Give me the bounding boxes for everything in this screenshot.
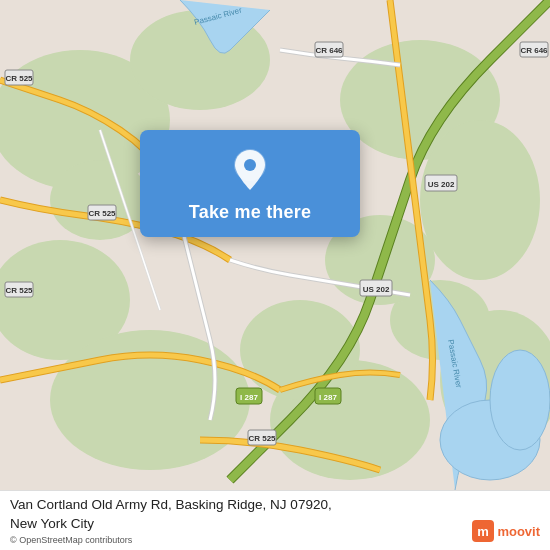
take-me-there-popup[interactable]: Take me there <box>140 130 360 237</box>
address-part1: Van Cortland Old Army Rd, Basking Ridge,… <box>10 497 332 512</box>
us202-label-1: US 202 <box>428 180 455 189</box>
cr525-label-1: CR 525 <box>5 74 33 83</box>
cr646-label: CR 646 <box>315 46 343 55</box>
moovit-logo: m moovit <box>472 520 540 542</box>
cr525-label-3: CR 525 <box>5 286 33 295</box>
us202-label-2: US 202 <box>363 285 390 294</box>
address-line: Van Cortland Old Army Rd, Basking Ridge,… <box>10 496 332 534</box>
take-me-there-label: Take me there <box>189 202 311 223</box>
cr525-label-2: CR 525 <box>88 209 116 218</box>
address-part2: New York City <box>10 516 94 531</box>
moovit-text: moovit <box>497 524 540 539</box>
location-pin-icon <box>231 148 269 192</box>
svg-point-14 <box>490 350 550 450</box>
moovit-icon: m <box>472 520 494 542</box>
i287-label-1: I 287 <box>319 393 337 402</box>
svg-text:m: m <box>478 524 490 539</box>
i287-label-2: I 287 <box>240 393 258 402</box>
cr525-label-4: CR 525 <box>248 434 276 443</box>
svg-point-6 <box>50 330 250 470</box>
svg-point-11 <box>50 160 150 240</box>
svg-point-4 <box>420 120 540 280</box>
map-container: Passaic River Passaic River I 287 I 287 … <box>0 0 550 490</box>
bottom-bar: Van Cortland Old Army Rd, Basking Ridge,… <box>0 490 550 550</box>
svg-point-26 <box>244 159 256 171</box>
cr646b-label: CR 646 <box>520 46 548 55</box>
osm-attribution: © OpenStreetMap contributors <box>10 535 332 545</box>
